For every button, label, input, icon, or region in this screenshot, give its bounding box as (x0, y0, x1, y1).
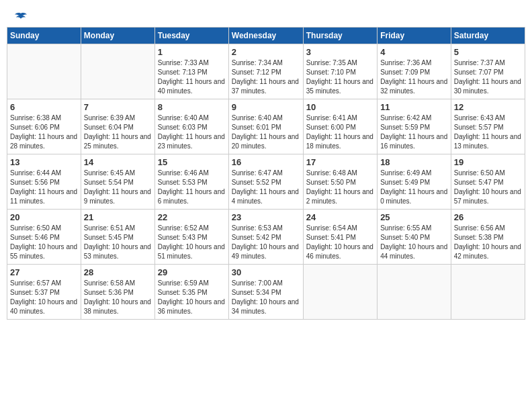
calendar-cell: 1Sunrise: 7:33 AM Sunset: 7:13 PM Daylig… (154, 44, 228, 99)
day-number: 19 (454, 157, 522, 167)
calendar-week-row: 1Sunrise: 7:33 AM Sunset: 7:13 PM Daylig… (7, 44, 525, 99)
calendar-cell: 30Sunrise: 7:00 AM Sunset: 5:34 PM Dayli… (228, 265, 303, 320)
calendar-cell: 13Sunrise: 6:44 AM Sunset: 5:56 PM Dayli… (7, 154, 81, 210)
day-detail: Sunrise: 7:37 AM Sunset: 7:07 PM Dayligh… (454, 58, 522, 96)
calendar-cell (378, 265, 451, 320)
calendar-cell: 29Sunrise: 6:59 AM Sunset: 5:35 PM Dayli… (154, 265, 228, 320)
day-detail: Sunrise: 6:58 AM Sunset: 5:36 PM Dayligh… (84, 279, 152, 316)
day-detail: Sunrise: 6:45 AM Sunset: 5:54 PM Dayligh… (84, 169, 152, 206)
day-detail: Sunrise: 6:53 AM Sunset: 5:42 PM Dayligh… (232, 224, 300, 261)
day-detail: Sunrise: 6:59 AM Sunset: 5:35 PM Dayligh… (158, 279, 226, 316)
calendar-cell (451, 265, 525, 320)
day-detail: Sunrise: 6:54 AM Sunset: 5:41 PM Dayligh… (306, 224, 374, 261)
day-detail: Sunrise: 6:55 AM Sunset: 5:40 PM Dayligh… (380, 224, 448, 261)
calendar-cell: 27Sunrise: 6:57 AM Sunset: 5:37 PM Dayli… (7, 265, 81, 320)
day-number: 7 (84, 102, 152, 112)
column-header-thursday: Thursday (303, 28, 377, 44)
day-number: 17 (306, 157, 374, 167)
day-detail: Sunrise: 6:40 AM Sunset: 6:01 PM Dayligh… (232, 113, 300, 151)
day-number: 12 (454, 102, 522, 112)
column-header-sunday: Sunday (7, 28, 81, 44)
day-number: 24 (306, 212, 374, 222)
calendar-week-row: 20Sunrise: 6:50 AM Sunset: 5:46 PM Dayli… (7, 210, 525, 265)
day-detail: Sunrise: 6:38 AM Sunset: 6:06 PM Dayligh… (10, 113, 78, 151)
day-detail: Sunrise: 6:52 AM Sunset: 5:43 PM Dayligh… (158, 224, 226, 261)
day-number: 28 (84, 267, 152, 277)
day-number: 2 (232, 47, 300, 57)
day-number: 14 (84, 157, 152, 167)
day-detail: Sunrise: 7:00 AM Sunset: 5:34 PM Dayligh… (232, 279, 300, 316)
calendar-cell: 14Sunrise: 6:45 AM Sunset: 5:54 PM Dayli… (81, 154, 154, 210)
calendar-cell: 3Sunrise: 7:35 AM Sunset: 7:10 PM Daylig… (303, 44, 377, 99)
calendar-cell: 10Sunrise: 6:41 AM Sunset: 6:00 PM Dayli… (303, 99, 377, 154)
day-number: 9 (232, 102, 300, 112)
day-number: 13 (10, 157, 78, 167)
day-detail: Sunrise: 7:36 AM Sunset: 7:09 PM Dayligh… (380, 58, 448, 96)
calendar-cell: 25Sunrise: 6:55 AM Sunset: 5:40 PM Dayli… (378, 210, 451, 265)
column-header-tuesday: Tuesday (154, 28, 228, 44)
calendar-header-row: SundayMondayTuesdayWednesdayThursdayFrid… (7, 28, 525, 44)
day-number: 23 (232, 212, 300, 222)
calendar-cell (7, 44, 81, 99)
day-number: 29 (158, 267, 226, 277)
calendar-cell: 26Sunrise: 6:56 AM Sunset: 5:38 PM Dayli… (451, 210, 525, 265)
day-number: 8 (158, 102, 226, 112)
logo-bird-icon (14, 12, 28, 23)
calendar-cell: 4Sunrise: 7:36 AM Sunset: 7:09 PM Daylig… (378, 44, 451, 99)
day-detail: Sunrise: 6:46 AM Sunset: 5:53 PM Dayligh… (158, 169, 226, 206)
calendar-table: SundayMondayTuesdayWednesdayThursdayFrid… (7, 27, 525, 320)
calendar-cell: 18Sunrise: 6:49 AM Sunset: 5:49 PM Dayli… (378, 154, 451, 210)
calendar-cell (81, 44, 154, 99)
day-detail: Sunrise: 6:56 AM Sunset: 5:38 PM Dayligh… (454, 224, 522, 261)
calendar-cell: 28Sunrise: 6:58 AM Sunset: 5:36 PM Dayli… (81, 265, 154, 320)
calendar-cell: 17Sunrise: 6:48 AM Sunset: 5:50 PM Dayli… (303, 154, 377, 210)
day-detail: Sunrise: 6:50 AM Sunset: 5:46 PM Dayligh… (10, 224, 78, 261)
day-number: 18 (380, 157, 448, 167)
calendar-cell: 5Sunrise: 7:37 AM Sunset: 7:07 PM Daylig… (451, 44, 525, 99)
day-detail: Sunrise: 6:51 AM Sunset: 5:45 PM Dayligh… (84, 224, 152, 261)
day-number: 6 (10, 102, 78, 112)
calendar-cell: 19Sunrise: 6:50 AM Sunset: 5:47 PM Dayli… (451, 154, 525, 210)
day-number: 3 (306, 47, 374, 57)
day-number: 22 (158, 212, 226, 222)
calendar-week-row: 13Sunrise: 6:44 AM Sunset: 5:56 PM Dayli… (7, 154, 525, 210)
calendar-cell: 20Sunrise: 6:50 AM Sunset: 5:46 PM Dayli… (7, 210, 81, 265)
day-detail: Sunrise: 6:43 AM Sunset: 5:57 PM Dayligh… (454, 113, 522, 151)
day-number: 21 (84, 212, 152, 222)
day-number: 1 (158, 47, 226, 57)
calendar-cell: 7Sunrise: 6:39 AM Sunset: 6:04 PM Daylig… (81, 99, 154, 154)
day-detail: Sunrise: 7:35 AM Sunset: 7:10 PM Dayligh… (306, 58, 374, 96)
calendar-cell: 6Sunrise: 6:38 AM Sunset: 6:06 PM Daylig… (7, 99, 81, 154)
column-header-wednesday: Wednesday (228, 28, 303, 44)
logo (13, 12, 28, 21)
day-number: 20 (10, 212, 78, 222)
calendar-cell: 22Sunrise: 6:52 AM Sunset: 5:43 PM Dayli… (154, 210, 228, 265)
day-number: 15 (158, 157, 226, 167)
column-header-saturday: Saturday (451, 28, 525, 44)
calendar-cell: 23Sunrise: 6:53 AM Sunset: 5:42 PM Dayli… (228, 210, 303, 265)
day-detail: Sunrise: 7:34 AM Sunset: 7:12 PM Dayligh… (232, 58, 300, 96)
day-detail: Sunrise: 6:49 AM Sunset: 5:49 PM Dayligh… (380, 169, 448, 206)
calendar-cell: 24Sunrise: 6:54 AM Sunset: 5:41 PM Dayli… (303, 210, 377, 265)
calendar-cell: 16Sunrise: 6:47 AM Sunset: 5:52 PM Dayli… (228, 154, 303, 210)
day-number: 16 (232, 157, 300, 167)
calendar-cell: 9Sunrise: 6:40 AM Sunset: 6:01 PM Daylig… (228, 99, 303, 154)
day-detail: Sunrise: 6:48 AM Sunset: 5:50 PM Dayligh… (306, 169, 374, 206)
calendar-cell: 8Sunrise: 6:40 AM Sunset: 6:03 PM Daylig… (154, 99, 228, 154)
calendar-cell: 11Sunrise: 6:42 AM Sunset: 5:59 PM Dayli… (378, 99, 451, 154)
calendar-cell: 21Sunrise: 6:51 AM Sunset: 5:45 PM Dayli… (81, 210, 154, 265)
day-detail: Sunrise: 6:41 AM Sunset: 6:00 PM Dayligh… (306, 113, 374, 151)
day-detail: Sunrise: 7:33 AM Sunset: 7:13 PM Dayligh… (158, 58, 226, 96)
day-number: 4 (380, 47, 448, 57)
calendar-cell: 15Sunrise: 6:46 AM Sunset: 5:53 PM Dayli… (154, 154, 228, 210)
calendar-week-row: 6Sunrise: 6:38 AM Sunset: 6:06 PM Daylig… (7, 99, 525, 154)
column-header-monday: Monday (81, 28, 154, 44)
calendar-cell (303, 265, 377, 320)
calendar-week-row: 27Sunrise: 6:57 AM Sunset: 5:37 PM Dayli… (7, 265, 525, 320)
day-detail: Sunrise: 6:50 AM Sunset: 5:47 PM Dayligh… (454, 169, 522, 206)
calendar-cell: 12Sunrise: 6:43 AM Sunset: 5:57 PM Dayli… (451, 99, 525, 154)
day-number: 10 (306, 102, 374, 112)
page-header (7, 7, 525, 24)
calendar-cell: 2Sunrise: 7:34 AM Sunset: 7:12 PM Daylig… (228, 44, 303, 99)
day-detail: Sunrise: 6:40 AM Sunset: 6:03 PM Dayligh… (158, 113, 226, 151)
